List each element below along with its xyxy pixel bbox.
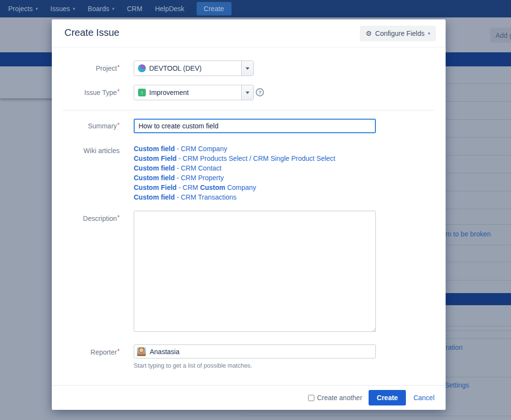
- create-issue-dialog: Create Issue ⚙ Configure Fields ▾ Projec…: [52, 19, 446, 410]
- background-link-settings[interactable]: Settings: [445, 381, 469, 389]
- issue-type-label: Issue Type*: [52, 89, 120, 97]
- dropdown-arrow-icon: [246, 92, 249, 96]
- wiki-article-link[interactable]: Custom Field - CRM Custom Company: [134, 183, 405, 192]
- reporter-label: Reporter*: [52, 348, 120, 357]
- chevron-down-icon: ▾: [73, 6, 76, 11]
- help-icon[interactable]: ?: [256, 88, 264, 96]
- chevron-down-icon: ▾: [112, 6, 114, 11]
- dropdown-arrow-icon: [246, 67, 249, 72]
- dialog-title: Create Issue: [64, 27, 119, 38]
- nav-item-projects[interactable]: Projects▾: [2, 0, 44, 17]
- configure-fields-label: Configure Fields: [375, 30, 425, 37]
- background-link-configuration[interactable]: ration: [446, 343, 463, 351]
- wiki-article-link[interactable]: Custom Field - CRM Products Select / CRM…: [134, 154, 405, 163]
- nav-item-issues[interactable]: Issues▾: [44, 0, 81, 17]
- required-indicator: *: [117, 348, 120, 355]
- reporter-field[interactable]: Anastasia: [134, 344, 376, 358]
- reporter-value: Anastasia: [150, 348, 179, 356]
- summary-input[interactable]: [134, 119, 376, 133]
- project-avatar-icon: [138, 64, 146, 72]
- issue-type-value: Improvement: [149, 89, 189, 96]
- configure-fields-button[interactable]: ⚙ Configure Fields ▾: [360, 26, 436, 41]
- nav-item-boards[interactable]: Boards▾: [81, 0, 121, 17]
- nav-items: Projects▾Issues▾Boards▾CRMHelpDesk: [2, 0, 191, 17]
- issue-type-dropdown-button[interactable]: [241, 85, 253, 100]
- chevron-down-icon: ▾: [428, 31, 430, 36]
- background-row-divider: [242, 416, 511, 416]
- wiki-articles-label: Wiki articles: [52, 147, 120, 155]
- required-indicator: *: [117, 88, 120, 95]
- create-another-checkbox[interactable]: [308, 395, 314, 401]
- create-another-option: Create another: [308, 394, 362, 402]
- background-link-broken-item[interactable]: m to be broken: [446, 230, 491, 238]
- improvement-type-icon: ↑: [138, 89, 146, 96]
- wiki-article-link[interactable]: Custom field - CRM Contact: [134, 163, 405, 173]
- nav-item-crm[interactable]: CRM: [121, 0, 149, 17]
- nav-create-button[interactable]: Create: [197, 2, 232, 16]
- project-value: DEVTOOL (DEV): [149, 64, 201, 72]
- chevron-down-icon: ▾: [36, 6, 38, 11]
- required-indicator: *: [117, 214, 120, 221]
- dialog-footer: Create another Create Cancel: [52, 385, 446, 410]
- create-another-label: Create another: [317, 394, 362, 402]
- reporter-hint: Start typing to get a list of possible m…: [134, 362, 252, 369]
- wiki-article-link[interactable]: Custom field - CRM Company: [134, 144, 405, 154]
- dialog-header: Create Issue ⚙ Configure Fields ▾: [52, 19, 446, 47]
- project-dropdown-button[interactable]: [241, 61, 253, 76]
- gear-icon: ⚙: [366, 30, 372, 37]
- description-textarea[interactable]: [134, 211, 376, 332]
- project-label: Project*: [52, 64, 120, 73]
- nav-item-helpdesk[interactable]: HelpDesk: [149, 0, 191, 17]
- add-gadget-button[interactable]: Add g: [490, 28, 511, 43]
- wiki-article-link[interactable]: Custom field - CRM Property: [134, 173, 405, 183]
- required-indicator: *: [117, 122, 120, 128]
- form-divider: [63, 110, 434, 110]
- project-select[interactable]: DEVTOOL (DEV): [134, 61, 254, 76]
- summary-label: Summary*: [52, 122, 120, 131]
- description-label: Description*: [52, 215, 120, 223]
- reporter-avatar: [137, 347, 146, 356]
- wiki-article-link[interactable]: Custom field - CRM Transactions: [134, 192, 405, 202]
- create-button[interactable]: Create: [369, 390, 406, 405]
- cancel-link[interactable]: Cancel: [413, 394, 434, 402]
- wiki-articles-list: Custom field - CRM CompanyCustom Field -…: [134, 144, 405, 202]
- issue-type-select[interactable]: ↑ Improvement: [134, 85, 254, 100]
- required-indicator: *: [117, 64, 120, 71]
- top-nav-bar: Projects▾Issues▾Boards▾CRMHelpDesk Creat…: [0, 0, 511, 17]
